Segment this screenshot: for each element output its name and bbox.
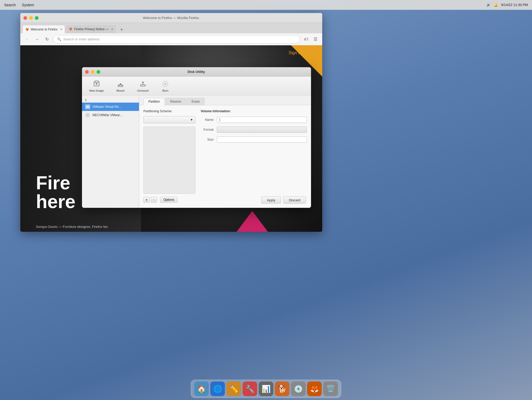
partition-right: Volume Information: Name: Format: Size: — [201, 109, 307, 203]
forward-button[interactable]: → — [33, 36, 41, 43]
apply-button[interactable]: Apply — [261, 196, 281, 204]
disk-utility-title: Disk Utility — [100, 70, 292, 74]
dock-browser[interactable]: 🌐 — [210, 382, 225, 396]
tab-erase[interactable]: Erase — [187, 98, 205, 105]
scheme-dropdown[interactable]: ▼ — [143, 116, 195, 123]
editor-icon: ✏️ — [229, 385, 238, 393]
dock-trash[interactable]: 🗑️ — [323, 382, 338, 396]
size-field: Size: — [201, 136, 307, 143]
svg-point-9 — [164, 83, 166, 85]
sidebar-item-vmware-nvme[interactable]: VMware Virtual NV... — [82, 103, 139, 111]
name-input[interactable] — [217, 117, 307, 123]
datetime: 9/14/22 11:30 PM — [501, 3, 528, 7]
browser-tabs: 🦊 Welcome to Firefox ✕ 🦊 Firefox Privacy… — [20, 23, 322, 33]
svg-point-8 — [163, 81, 168, 86]
sign-in-button[interactable]: Sign in — [289, 51, 301, 55]
new-image-button[interactable]: New Image — [87, 79, 106, 93]
sidebar-item-necvmwar[interactable]: NECVMWar VMwar... — [82, 111, 139, 119]
disk-window-controls — [85, 70, 100, 74]
name-label: Name: — [201, 118, 214, 122]
new-image-icon — [92, 80, 101, 88]
partition-panel: Partitioning Scheme: ▼ + - Options Volum… — [139, 105, 311, 207]
finder-icon: 🏠 — [197, 385, 206, 393]
unmount-button[interactable]: Unmount — [135, 79, 151, 93]
pink-accent — [237, 211, 268, 232]
format-input[interactable] — [217, 127, 307, 133]
menu-button[interactable]: ☰ — [312, 36, 319, 43]
tab-welcome[interactable]: 🦊 Welcome to Firefox ✕ — [22, 25, 65, 33]
volume-icon: 🔊 — [486, 3, 491, 7]
svg-point-6 — [140, 85, 145, 86]
drive-icon-1 — [85, 104, 90, 109]
new-tab-button[interactable]: + — [118, 26, 125, 33]
burn-button[interactable]: Burn — [159, 79, 172, 93]
tab-close-2[interactable]: ✕ — [111, 28, 113, 31]
add-partition-button[interactable]: + — [143, 197, 150, 203]
unmount-label: Unmount — [137, 89, 149, 92]
dashboard-icon: 📊 — [262, 385, 271, 393]
tab-restore[interactable]: Restore — [165, 98, 186, 105]
maximize-btn[interactable] — [35, 16, 39, 20]
sidebar-number: 1 — [82, 97, 139, 103]
disk-maximize-btn[interactable] — [97, 70, 100, 74]
dock: 🏠 🌐 ✏️ 🔧 📊 🐕 💿 🦊 🗑️ — [191, 380, 341, 398]
disk-toolbar: New Image Mount Unmount — [82, 77, 311, 95]
reload-button[interactable]: ↻ — [43, 36, 50, 43]
tab-partition[interactable]: Partition — [143, 98, 165, 105]
tab-privacy[interactable]: 🦊 Firefox Privacy Notice — ✕ — [66, 25, 116, 33]
disk-main: 1 VMware Virtual NV... NECVMWar — [82, 95, 311, 208]
format-label: Format: — [201, 128, 214, 132]
tab-close-1[interactable]: ✕ — [60, 28, 62, 31]
dock-tools[interactable]: 🔧 — [243, 382, 257, 396]
dock-finder[interactable]: 🏠 — [194, 382, 209, 396]
dock-disk[interactable]: 💿 — [291, 382, 306, 396]
text-cursor — [220, 118, 220, 122]
menu-system[interactable]: System — [22, 3, 34, 7]
discard-button[interactable]: Discard — [283, 196, 306, 204]
browser-title: Welcome to Firefox — Mozilla Firefox — [39, 16, 303, 20]
name-field: Name: — [201, 117, 307, 123]
disk-actions: Apply Discard — [261, 196, 306, 204]
pocket-button[interactable]: 🏷 — [302, 36, 310, 43]
svg-point-13 — [87, 114, 88, 116]
remove-partition-button[interactable]: - — [151, 197, 157, 203]
partition-left: Partitioning Scheme: ▼ + - Options — [143, 109, 195, 203]
browser-toolbar: ← → ↻ 🔍 Search or enter address 🏷 ☰ — [20, 33, 322, 45]
hero-here-text: here — [36, 192, 75, 211]
partition-diagram — [143, 127, 195, 194]
dock-firefox[interactable]: 🦊 — [307, 382, 322, 396]
unmount-icon — [139, 80, 147, 88]
browser-actions: 🏷 ☰ — [302, 36, 319, 43]
options-button[interactable]: Options — [160, 197, 178, 203]
menu-search[interactable]: Search — [4, 3, 16, 7]
tab-privacy-icon: 🦊 — [69, 27, 73, 31]
address-bar[interactable]: 🔍 Search or enter address — [53, 35, 300, 43]
disk-minimize-btn[interactable] — [91, 70, 94, 74]
mount-button[interactable]: Mount — [114, 79, 127, 93]
format-field: Format: — [201, 127, 307, 133]
hero-caption: Soraya Osorio — Furniture designer, Fire… — [36, 225, 108, 229]
burn-label: Burn — [162, 89, 168, 92]
globe-icon: 🌐 — [213, 385, 222, 393]
dock-dashboard[interactable]: 📊 — [259, 382, 273, 396]
svg-rect-1 — [95, 81, 98, 83]
size-input[interactable] — [217, 136, 307, 143]
disk-sidebar: 1 VMware Virtual NV... NECVMWar — [82, 95, 139, 208]
menubar-left: Search System — [4, 3, 34, 7]
scheme-label: Partitioning Scheme: — [143, 109, 195, 113]
menubar: Search System 🔊 🔔 9/14/22 11:30 PM — [0, 0, 532, 10]
minimize-btn[interactable] — [29, 16, 33, 20]
dock-gimp[interactable]: 🐕 — [275, 382, 289, 396]
back-button[interactable]: ← — [23, 36, 31, 43]
menubar-right: 🔊 🔔 9/14/22 11:30 PM — [486, 3, 528, 7]
disk-icon: 💿 — [294, 385, 303, 393]
svg-point-12 — [86, 113, 90, 117]
mount-label: Mount — [116, 89, 124, 92]
disk-close-btn[interactable] — [85, 70, 89, 74]
dropdown-arrow: ▼ — [190, 118, 193, 122]
drive-icon-2 — [85, 113, 90, 118]
dock-editor[interactable]: ✏️ — [226, 382, 241, 396]
notification-icon: 🔔 — [494, 3, 498, 7]
disk-content-panel: Partition Restore Erase Partitioning Sch… — [139, 95, 311, 208]
close-btn[interactable] — [23, 16, 27, 20]
